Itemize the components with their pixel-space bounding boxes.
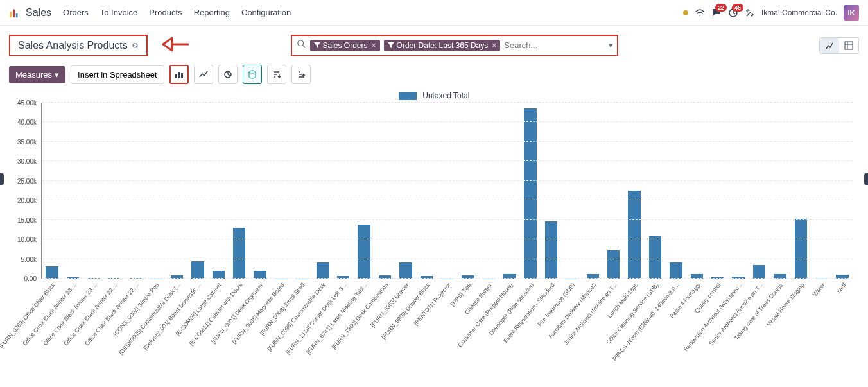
user-avatar[interactable]: IK [844, 5, 859, 21]
bar[interactable] [628, 191, 640, 279]
bar[interactable] [358, 225, 370, 279]
nav-reporting[interactable]: Reporting [194, 8, 230, 17]
page-title[interactable]: Sales Analysis Products ⚙ [9, 35, 148, 56]
bar[interactable] [649, 236, 661, 279]
nav-orders[interactable]: Orders [63, 8, 89, 17]
filter-pill-order-date[interactable]: Order Date: Last 365 Days × [384, 40, 501, 51]
company-name[interactable]: Ikmal Commercial Co. [761, 8, 837, 17]
bar[interactable] [795, 219, 807, 279]
svg-point-4 [297, 40, 303, 46]
y-tick-label: 0.00 [24, 275, 37, 282]
bar[interactable] [607, 250, 620, 279]
chart-toolbar: Measures ▾ Insert in Spreadsheet [0, 60, 868, 90]
bar[interactable] [191, 261, 204, 279]
x-tick-label: [FURN_8855] Drawer [369, 282, 410, 329]
y-tick-label: 30.00k [17, 158, 37, 165]
bar[interactable] [233, 228, 245, 279]
legend-swatch [399, 92, 417, 100]
chat-badge: 22 [715, 4, 727, 12]
svg-rect-2 [16, 13, 18, 17]
chevron-down-icon: ▾ [55, 70, 59, 80]
nav-to-invoice[interactable]: To Invoice [100, 8, 138, 17]
funnel-icon [388, 42, 394, 49]
x-tick-label: Fire Insurance (SUB) [537, 282, 577, 327]
status-dot-icon[interactable] [683, 10, 688, 15]
control-row: Sales Analysis Products ⚙ Sales Orders ×… [0, 26, 868, 60]
clock-icon[interactable]: 45 [728, 8, 738, 18]
sort-desc-button[interactable] [267, 65, 286, 84]
brand-title[interactable]: Sales [26, 7, 51, 19]
svg-rect-5 [845, 42, 853, 49]
nav-products[interactable]: Products [149, 8, 182, 17]
chart-area: Untaxed Total 0.005.00k10.00k15.00k20.00… [0, 90, 868, 279]
insert-spreadsheet-button[interactable]: Insert in Spreadsheet [71, 65, 164, 84]
chart-legend: Untaxed Total [9, 90, 859, 100]
y-tick-label: 25.00k [17, 177, 37, 184]
filter-remove-icon[interactable]: × [372, 41, 376, 50]
page-title-text: Sales Analysis Products [18, 40, 128, 51]
right-edge-handle[interactable] [864, 173, 868, 185]
filter-pill-sales-orders[interactable]: Sales Orders × [310, 40, 380, 51]
search-caret-icon[interactable]: ▾ [609, 40, 613, 50]
x-tick-label: Water [812, 282, 826, 298]
app-logo-icon [9, 7, 21, 19]
view-pivot-button[interactable] [839, 38, 858, 53]
y-tick-label: 20.00k [17, 197, 37, 204]
bar[interactable] [46, 266, 58, 279]
y-tick-label: 15.00k [17, 216, 37, 223]
svg-rect-8 [181, 73, 183, 78]
gear-icon[interactable]: ⚙ [132, 41, 139, 50]
svg-rect-7 [178, 72, 180, 78]
bar[interactable] [524, 108, 536, 279]
filter-label: Order Date: Last 365 Days [397, 41, 489, 50]
y-tick-label: 10.00k [17, 236, 37, 243]
bar[interactable] [545, 221, 557, 279]
tools-icon[interactable] [745, 8, 755, 18]
funnel-icon [314, 42, 320, 49]
chat-icon[interactable]: 22 [711, 8, 722, 18]
wifi-icon[interactable] [695, 8, 705, 18]
measures-button[interactable]: Measures ▾ [9, 66, 65, 83]
y-tick-label: 40.00k [17, 119, 37, 126]
bar[interactable] [399, 262, 412, 279]
bar[interactable] [317, 262, 329, 279]
x-tick-label: Virtual Home Staging [765, 282, 805, 327]
chart-plot: 0.005.00k10.00k15.00k20.00k25.00k30.00k3… [41, 103, 853, 279]
x-tick-label: sadf [835, 282, 847, 294]
y-tick-label: 35.00k [17, 138, 37, 145]
annotation-arrow-icon [162, 33, 190, 57]
line-chart-button[interactable] [194, 65, 213, 84]
pie-chart-button[interactable] [218, 65, 238, 84]
view-graph-button[interactable] [820, 38, 839, 53]
x-tick-label: [RENT001] Projector [413, 282, 452, 327]
filter-remove-icon[interactable]: × [492, 41, 496, 50]
view-switcher [819, 37, 859, 54]
svg-rect-6 [175, 74, 177, 78]
legend-label: Untaxed Total [422, 91, 469, 100]
stacked-button[interactable] [243, 65, 262, 84]
y-tick-label: 45.00k [17, 99, 37, 107]
search-input[interactable] [504, 40, 616, 50]
svg-point-10 [249, 71, 256, 73]
left-edge-handle[interactable] [0, 173, 4, 185]
bar[interactable] [753, 265, 765, 279]
clock-badge: 45 [732, 4, 743, 12]
search-icon[interactable] [297, 40, 306, 51]
bar[interactable] [670, 262, 682, 279]
svg-rect-0 [10, 12, 12, 17]
sort-asc-button[interactable] [291, 65, 311, 84]
svg-rect-1 [13, 9, 15, 17]
nav-configuration[interactable]: Configuration [241, 8, 291, 17]
bar-chart-button[interactable] [169, 65, 189, 84]
filter-label: Sales Orders [323, 41, 368, 50]
y-tick-label: 5.00k [21, 255, 37, 262]
top-nav: Sales Orders To Invoice Products Reporti… [0, 0, 868, 26]
search-box[interactable]: Sales Orders × Order Date: Last 365 Days… [291, 35, 618, 56]
